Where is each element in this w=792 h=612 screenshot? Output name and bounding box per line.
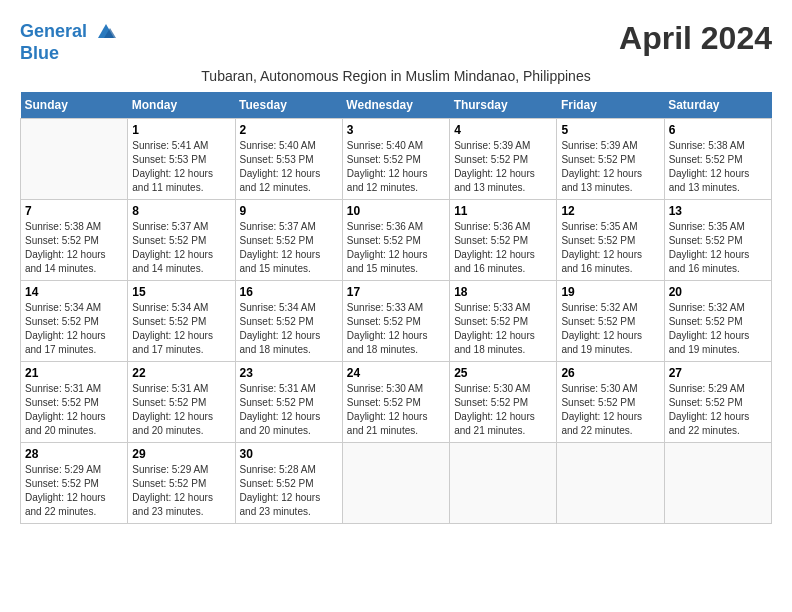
calendar-cell: 7Sunrise: 5:38 AMSunset: 5:52 PMDaylight… bbox=[21, 199, 128, 280]
calendar-cell: 29Sunrise: 5:29 AMSunset: 5:52 PMDayligh… bbox=[128, 442, 235, 523]
day-info: Sunrise: 5:39 AMSunset: 5:52 PMDaylight:… bbox=[561, 139, 659, 195]
calendar-week-3: 14Sunrise: 5:34 AMSunset: 5:52 PMDayligh… bbox=[21, 280, 772, 361]
calendar-cell: 27Sunrise: 5:29 AMSunset: 5:52 PMDayligh… bbox=[664, 361, 771, 442]
day-number: 17 bbox=[347, 285, 445, 299]
day-info: Sunrise: 5:30 AMSunset: 5:52 PMDaylight:… bbox=[347, 382, 445, 438]
day-number: 14 bbox=[25, 285, 123, 299]
weekday-header-monday: Monday bbox=[128, 92, 235, 119]
day-info: Sunrise: 5:32 AMSunset: 5:52 PMDaylight:… bbox=[669, 301, 767, 357]
calendar-cell: 21Sunrise: 5:31 AMSunset: 5:52 PMDayligh… bbox=[21, 361, 128, 442]
calendar-cell: 26Sunrise: 5:30 AMSunset: 5:52 PMDayligh… bbox=[557, 361, 664, 442]
calendar-cell: 18Sunrise: 5:33 AMSunset: 5:52 PMDayligh… bbox=[450, 280, 557, 361]
day-info: Sunrise: 5:37 AMSunset: 5:52 PMDaylight:… bbox=[240, 220, 338, 276]
day-info: Sunrise: 5:35 AMSunset: 5:52 PMDaylight:… bbox=[669, 220, 767, 276]
day-info: Sunrise: 5:29 AMSunset: 5:52 PMDaylight:… bbox=[132, 463, 230, 519]
day-number: 27 bbox=[669, 366, 767, 380]
calendar-cell: 12Sunrise: 5:35 AMSunset: 5:52 PMDayligh… bbox=[557, 199, 664, 280]
calendar-cell: 5Sunrise: 5:39 AMSunset: 5:52 PMDaylight… bbox=[557, 118, 664, 199]
day-info: Sunrise: 5:32 AMSunset: 5:52 PMDaylight:… bbox=[561, 301, 659, 357]
weekday-header-saturday: Saturday bbox=[664, 92, 771, 119]
logo-icon bbox=[94, 20, 118, 44]
day-number: 18 bbox=[454, 285, 552, 299]
calendar-cell: 10Sunrise: 5:36 AMSunset: 5:52 PMDayligh… bbox=[342, 199, 449, 280]
day-info: Sunrise: 5:40 AMSunset: 5:52 PMDaylight:… bbox=[347, 139, 445, 195]
calendar-cell bbox=[557, 442, 664, 523]
page-header: General Blue April 2024 bbox=[20, 20, 772, 64]
day-number: 16 bbox=[240, 285, 338, 299]
calendar-cell: 19Sunrise: 5:32 AMSunset: 5:52 PMDayligh… bbox=[557, 280, 664, 361]
day-info: Sunrise: 5:41 AMSunset: 5:53 PMDaylight:… bbox=[132, 139, 230, 195]
day-info: Sunrise: 5:31 AMSunset: 5:52 PMDaylight:… bbox=[240, 382, 338, 438]
day-info: Sunrise: 5:34 AMSunset: 5:52 PMDaylight:… bbox=[25, 301, 123, 357]
day-number: 13 bbox=[669, 204, 767, 218]
day-info: Sunrise: 5:31 AMSunset: 5:52 PMDaylight:… bbox=[25, 382, 123, 438]
calendar-cell: 20Sunrise: 5:32 AMSunset: 5:52 PMDayligh… bbox=[664, 280, 771, 361]
subtitle: Tubaran, Autonomous Region in Muslim Min… bbox=[20, 68, 772, 84]
calendar-cell bbox=[342, 442, 449, 523]
month-title: April 2024 bbox=[619, 20, 772, 57]
day-info: Sunrise: 5:34 AMSunset: 5:52 PMDaylight:… bbox=[240, 301, 338, 357]
calendar-cell: 24Sunrise: 5:30 AMSunset: 5:52 PMDayligh… bbox=[342, 361, 449, 442]
calendar-cell: 22Sunrise: 5:31 AMSunset: 5:52 PMDayligh… bbox=[128, 361, 235, 442]
day-info: Sunrise: 5:37 AMSunset: 5:52 PMDaylight:… bbox=[132, 220, 230, 276]
day-info: Sunrise: 5:29 AMSunset: 5:52 PMDaylight:… bbox=[669, 382, 767, 438]
day-number: 10 bbox=[347, 204, 445, 218]
day-info: Sunrise: 5:34 AMSunset: 5:52 PMDaylight:… bbox=[132, 301, 230, 357]
weekday-header-row: SundayMondayTuesdayWednesdayThursdayFrid… bbox=[21, 92, 772, 119]
weekday-header-friday: Friday bbox=[557, 92, 664, 119]
day-number: 24 bbox=[347, 366, 445, 380]
logo-general: General bbox=[20, 21, 87, 41]
calendar-cell: 3Sunrise: 5:40 AMSunset: 5:52 PMDaylight… bbox=[342, 118, 449, 199]
day-number: 20 bbox=[669, 285, 767, 299]
calendar-cell: 2Sunrise: 5:40 AMSunset: 5:53 PMDaylight… bbox=[235, 118, 342, 199]
day-number: 9 bbox=[240, 204, 338, 218]
calendar-cell: 16Sunrise: 5:34 AMSunset: 5:52 PMDayligh… bbox=[235, 280, 342, 361]
logo-blue: Blue bbox=[20, 44, 118, 64]
day-number: 4 bbox=[454, 123, 552, 137]
day-number: 11 bbox=[454, 204, 552, 218]
calendar-cell: 8Sunrise: 5:37 AMSunset: 5:52 PMDaylight… bbox=[128, 199, 235, 280]
day-number: 22 bbox=[132, 366, 230, 380]
calendar-cell: 25Sunrise: 5:30 AMSunset: 5:52 PMDayligh… bbox=[450, 361, 557, 442]
day-info: Sunrise: 5:28 AMSunset: 5:52 PMDaylight:… bbox=[240, 463, 338, 519]
day-number: 8 bbox=[132, 204, 230, 218]
logo: General Blue bbox=[20, 20, 118, 64]
calendar-cell: 14Sunrise: 5:34 AMSunset: 5:52 PMDayligh… bbox=[21, 280, 128, 361]
calendar-cell bbox=[450, 442, 557, 523]
calendar-cell: 17Sunrise: 5:33 AMSunset: 5:52 PMDayligh… bbox=[342, 280, 449, 361]
calendar-cell: 4Sunrise: 5:39 AMSunset: 5:52 PMDaylight… bbox=[450, 118, 557, 199]
day-number: 30 bbox=[240, 447, 338, 461]
day-number: 6 bbox=[669, 123, 767, 137]
day-number: 2 bbox=[240, 123, 338, 137]
calendar-cell: 13Sunrise: 5:35 AMSunset: 5:52 PMDayligh… bbox=[664, 199, 771, 280]
calendar-week-1: 1Sunrise: 5:41 AMSunset: 5:53 PMDaylight… bbox=[21, 118, 772, 199]
day-number: 7 bbox=[25, 204, 123, 218]
weekday-header-sunday: Sunday bbox=[21, 92, 128, 119]
day-number: 19 bbox=[561, 285, 659, 299]
day-info: Sunrise: 5:40 AMSunset: 5:53 PMDaylight:… bbox=[240, 139, 338, 195]
day-info: Sunrise: 5:39 AMSunset: 5:52 PMDaylight:… bbox=[454, 139, 552, 195]
day-info: Sunrise: 5:38 AMSunset: 5:52 PMDaylight:… bbox=[25, 220, 123, 276]
calendar-cell: 15Sunrise: 5:34 AMSunset: 5:52 PMDayligh… bbox=[128, 280, 235, 361]
calendar-cell bbox=[21, 118, 128, 199]
calendar-cell: 11Sunrise: 5:36 AMSunset: 5:52 PMDayligh… bbox=[450, 199, 557, 280]
day-number: 1 bbox=[132, 123, 230, 137]
day-info: Sunrise: 5:33 AMSunset: 5:52 PMDaylight:… bbox=[454, 301, 552, 357]
day-info: Sunrise: 5:38 AMSunset: 5:52 PMDaylight:… bbox=[669, 139, 767, 195]
logo-text: General bbox=[20, 20, 118, 44]
day-number: 25 bbox=[454, 366, 552, 380]
calendar-cell: 1Sunrise: 5:41 AMSunset: 5:53 PMDaylight… bbox=[128, 118, 235, 199]
calendar-cell bbox=[664, 442, 771, 523]
day-info: Sunrise: 5:33 AMSunset: 5:52 PMDaylight:… bbox=[347, 301, 445, 357]
calendar-cell: 9Sunrise: 5:37 AMSunset: 5:52 PMDaylight… bbox=[235, 199, 342, 280]
calendar-cell: 23Sunrise: 5:31 AMSunset: 5:52 PMDayligh… bbox=[235, 361, 342, 442]
day-number: 29 bbox=[132, 447, 230, 461]
day-number: 23 bbox=[240, 366, 338, 380]
day-info: Sunrise: 5:35 AMSunset: 5:52 PMDaylight:… bbox=[561, 220, 659, 276]
weekday-header-wednesday: Wednesday bbox=[342, 92, 449, 119]
calendar-table: SundayMondayTuesdayWednesdayThursdayFrid… bbox=[20, 92, 772, 524]
day-number: 28 bbox=[25, 447, 123, 461]
day-info: Sunrise: 5:30 AMSunset: 5:52 PMDaylight:… bbox=[454, 382, 552, 438]
weekday-header-thursday: Thursday bbox=[450, 92, 557, 119]
calendar-week-5: 28Sunrise: 5:29 AMSunset: 5:52 PMDayligh… bbox=[21, 442, 772, 523]
